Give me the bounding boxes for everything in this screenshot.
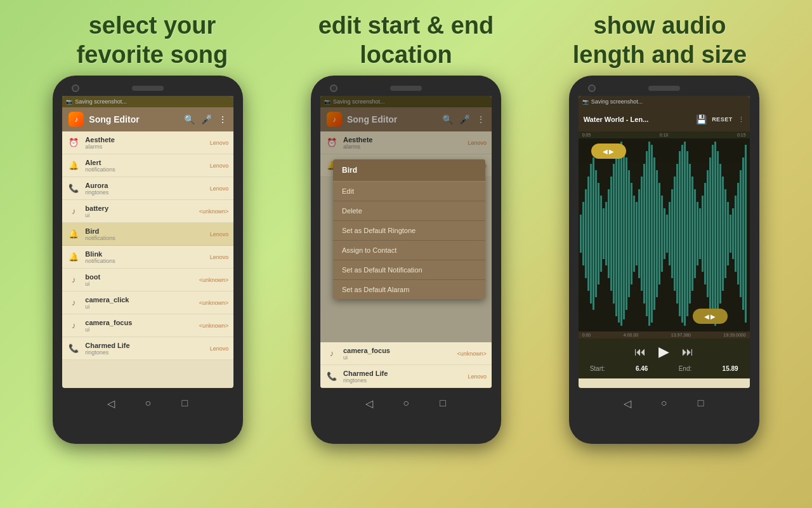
screenshot-icon: 📷 — [66, 99, 72, 105]
phone-3-speaker — [648, 86, 680, 91]
phone-3: 📷 Saving screenshot... Water World - Len… — [569, 76, 759, 444]
list-item[interactable]: 📞 Charmed Life ringtones Lenovo — [62, 337, 233, 360]
context-menu-ringtone[interactable]: Set as Default Ringtone — [333, 221, 485, 241]
svg-rect-54 — [714, 142, 716, 326]
list-item[interactable]: ♪ camera_click ui <unknown> — [62, 291, 233, 314]
context-menu-alarm[interactable]: Set as Default Alaram — [333, 280, 485, 299]
phone-1-camera — [72, 84, 79, 92]
list-item[interactable]: ♪ boot ui <unknown> — [62, 269, 233, 291]
mic-icon[interactable]: 🎤 — [201, 114, 212, 124]
phone-1-screen: 📷 Saving screenshot... ♪ Song Editor 🔍 🎤… — [62, 96, 233, 388]
list-item[interactable]: 📞 Aurora ringtones Lenovo — [62, 177, 233, 200]
svg-rect-20 — [628, 170, 630, 297]
phone-2-bottom: ◁ ○ □ — [317, 388, 495, 415]
svg-rect-9 — [600, 196, 602, 272]
svg-rect-2 — [582, 202, 584, 265]
svg-rect-63 — [737, 183, 739, 284]
svg-rect-42 — [684, 142, 686, 326]
app-icon-1: ♪ — [69, 112, 84, 127]
svg-rect-51 — [707, 170, 709, 297]
svg-rect-47 — [697, 202, 698, 265]
play-button[interactable]: ▶ — [658, 344, 669, 360]
list-item[interactable]: 🔔 Alert notifications Lenovo — [62, 154, 233, 177]
waveform-area: 0:05 0:10 0:15 — [579, 131, 750, 338]
audio-header: Water World - Len... 💾 RESET ⋮ — [579, 107, 750, 131]
phone-2-top — [317, 84, 495, 92]
context-menu: Bird Edit Delete Set as Default Ringtone… — [333, 159, 485, 299]
more-icon[interactable]: ⋮ — [218, 114, 227, 124]
list-item[interactable]: ⏰ Aesthete alarms Lenovo — [62, 131, 233, 154]
context-menu-edit[interactable]: Edit — [333, 182, 485, 201]
back-button-3[interactable]: ◁ — [619, 394, 636, 412]
search-icon[interactable]: 🔍 — [184, 114, 195, 124]
song-info: boot ui — [85, 273, 193, 287]
home-button-3[interactable]: ○ — [655, 394, 673, 412]
svg-rect-21 — [631, 183, 632, 284]
context-menu-notification[interactable]: Set as Default Notification — [333, 260, 485, 280]
status-text-3: Saving screenshot... — [591, 98, 643, 105]
list-item[interactable]: ♪ battery ui <unknown> — [62, 200, 233, 223]
timeline-label-1: 0:05 — [582, 133, 591, 137]
screenshot-icon-3: 📷 — [582, 99, 589, 105]
svg-rect-60 — [730, 215, 731, 253]
svg-rect-41 — [681, 145, 683, 323]
svg-rect-38 — [674, 177, 676, 291]
back-button[interactable]: ◁ — [102, 394, 120, 412]
music-icon: ♪ — [67, 297, 80, 309]
song-info: Charmed Life ringtones — [343, 370, 462, 384]
song-info: battery ui — [85, 204, 193, 218]
phone-3-bottom: ◁ ○ □ — [575, 388, 753, 415]
timeline-label-2: 0:10 — [660, 133, 669, 137]
context-menu-contact[interactable]: Assign to Contact — [333, 241, 485, 260]
song-info: Aesthete alarms — [85, 136, 204, 150]
song-info: Blink notifications — [85, 250, 204, 264]
list-item[interactable]: ♪ camera_focus ui <unknown> — [320, 342, 492, 365]
svg-rect-29 — [651, 145, 653, 323]
audio-header-icons: 💾 RESET ⋮ — [696, 114, 745, 124]
audio-controls: ⏮ ▶ ⏭ Start: 6.46 End: 15.89 — [579, 338, 750, 378]
home-button[interactable]: ○ — [139, 394, 157, 412]
list-item[interactable]: ♪ camera_focus ui <unknown> — [62, 314, 233, 337]
svg-rect-5 — [590, 164, 592, 304]
prev-button[interactable]: ⏮ — [634, 345, 646, 359]
end-value: 15.89 — [723, 365, 738, 372]
context-menu-delete[interactable]: Delete — [333, 201, 485, 221]
recents-button[interactable]: □ — [176, 394, 193, 412]
waveform-timeline: 0:05 0:10 0:15 — [579, 131, 750, 138]
alarm-icon: ⏰ — [67, 137, 80, 149]
svg-rect-44 — [689, 164, 691, 304]
svg-rect-36 — [669, 202, 671, 265]
phone-3-screen: 📷 Saving screenshot... Water World - Len… — [579, 96, 750, 388]
next-button[interactable]: ⏭ — [682, 345, 693, 359]
header-left: select your fevorite song — [51, 11, 254, 69]
back-button-2[interactable]: ◁ — [360, 394, 378, 412]
list-item[interactable]: 🔔 Blink notifications Lenovo — [62, 246, 233, 269]
svg-rect-8 — [598, 183, 599, 284]
svg-rect-22 — [633, 196, 635, 272]
header-right: show audio length and size — [558, 11, 761, 69]
svg-rect-52 — [709, 157, 711, 310]
phone-3-top — [575, 84, 753, 92]
home-button-2[interactable]: ○ — [397, 394, 415, 412]
phone-icon: 📞 — [67, 342, 80, 355]
svg-rect-34 — [664, 208, 665, 259]
svg-rect-25 — [641, 177, 643, 291]
list-item[interactable]: 📞 Charmed Life ringtones Lenovo — [320, 365, 492, 388]
svg-rect-19 — [625, 157, 627, 310]
music-icon: ♪ — [325, 347, 338, 360]
phone-icon: 📞 — [67, 182, 80, 195]
svg-rect-17 — [620, 142, 622, 326]
recents-button-3[interactable]: □ — [692, 394, 710, 412]
svg-rect-50 — [704, 183, 706, 284]
phone-2-screen: 📷 Saving screenshot... ♪ Song Editor 🔍 🎤… — [320, 96, 492, 388]
more-options-icon[interactable]: ⋮ — [738, 116, 745, 124]
svg-rect-45 — [691, 177, 693, 291]
recents-button-2[interactable]: □ — [434, 394, 452, 412]
song-info: Alert notifications — [85, 159, 204, 173]
save-icon[interactable]: 💾 — [696, 114, 707, 124]
list-item[interactable]: 🔔 Bird notifications Lenovo — [62, 223, 233, 246]
phone-3-status-bar: 📷 Saving screenshot... — [579, 96, 750, 107]
svg-rect-12 — [608, 189, 610, 278]
reset-button[interactable]: RESET — [712, 116, 733, 123]
music-icon: ♪ — [67, 319, 80, 332]
